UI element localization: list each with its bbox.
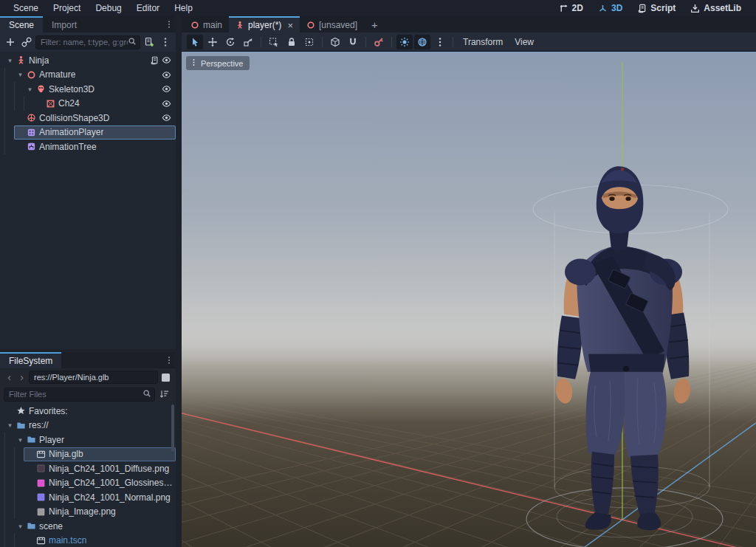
- visibility-eye-button[interactable]: [160, 55, 173, 65]
- filesystem-tab[interactable]: FileSystem: [0, 352, 61, 368]
- environment-button[interactable]: [414, 35, 430, 49]
- scene-item-label: AnimationTree: [39, 142, 97, 152]
- scene-tree-row[interactable]: ▾Armature: [0, 68, 176, 83]
- menu-debug[interactable]: Debug: [88, 0, 128, 16]
- scene-tab-main[interactable]: main: [184, 16, 229, 32]
- scale-tool-button[interactable]: [240, 35, 256, 49]
- perspective-label: Perspective: [201, 59, 243, 68]
- scene-tab-unsaved[interactable]: [unsaved]: [300, 16, 364, 32]
- rotate-tool-button[interactable]: [222, 35, 238, 49]
- file-filter-input[interactable]: [9, 390, 142, 399]
- scene-tree-row[interactable]: AnimationTree: [0, 140, 176, 154]
- fs-tree-row[interactable]: Ninja_Ch24_1001_Glossiness.png: [0, 476, 176, 491]
- menu-help[interactable]: Help: [167, 0, 200, 16]
- fs-tree-row[interactable]: ▾scene: [0, 519, 176, 534]
- collapse-chevron-icon[interactable]: ▾: [25, 86, 35, 93]
- collapse-chevron-icon[interactable]: ▾: [16, 523, 25, 530]
- collapse-chevron-icon[interactable]: ▾: [5, 57, 15, 64]
- viewport-menu-view[interactable]: View: [509, 37, 540, 47]
- scene-tree-menu-button[interactable]: [158, 35, 173, 49]
- character-body-icon: [15, 55, 27, 65]
- list-select-button[interactable]: [266, 35, 282, 49]
- collapse-chevron-icon[interactable]: ▾: [5, 422, 15, 429]
- scrollbar[interactable]: [171, 405, 174, 452]
- scene-dock-menu-button[interactable]: [162, 16, 176, 32]
- attached-script-icon[interactable]: [148, 56, 160, 65]
- snap-button[interactable]: [345, 35, 361, 49]
- toolbar-separator: [453, 37, 453, 47]
- instance-scene-button[interactable]: [19, 35, 34, 49]
- fs-tree-row[interactable]: ▾res://: [0, 419, 176, 433]
- mode-2d-button[interactable]: 2D: [551, 0, 591, 16]
- history-back-button[interactable]: ‹: [4, 371, 15, 384]
- menu-dots-button[interactable]: [432, 35, 448, 49]
- visibility-eye-button[interactable]: [160, 113, 173, 123]
- tab-close-button[interactable]: ×: [287, 21, 293, 30]
- scene-dock-tab-import[interactable]: Import: [43, 16, 86, 32]
- fs-item-label: Ninja_Ch24_1001_Normal.png: [49, 492, 171, 503]
- new-scene-tab-button[interactable]: +: [364, 16, 385, 32]
- viewport-3d-render[interactable]: [182, 52, 756, 547]
- fs-tree-row[interactable]: ▾Player: [0, 433, 176, 447]
- path-input[interactable]: [34, 373, 153, 382]
- fs-tree-row[interactable]: main.tscn: [0, 534, 176, 547]
- scene-tree-row[interactable]: AnimationPlayer: [0, 125, 176, 140]
- fs-item-label: main.tscn: [49, 535, 86, 546]
- toggle-split-mode-button[interactable]: [159, 371, 172, 384]
- scene-tree-row[interactable]: CollisionShape3D: [0, 111, 176, 125]
- collapse-chevron-icon[interactable]: ▾: [16, 71, 25, 78]
- visibility-eye-button[interactable]: [160, 84, 173, 94]
- godot-editor-window: SceneProjectDebugEditorHelp 2D3DScriptAs…: [0, 0, 756, 547]
- viewport-menu-transform[interactable]: Transform: [457, 37, 509, 47]
- visibility-eye-button[interactable]: [160, 70, 173, 80]
- visibility-eye-button[interactable]: [160, 99, 173, 109]
- editor-mode-switcher: 2D3DScriptAssetLib: [551, 0, 756, 16]
- menu-project[interactable]: Project: [46, 0, 88, 16]
- scene-tree-row[interactable]: Ch24: [0, 97, 176, 111]
- menu-scene[interactable]: Scene: [6, 0, 46, 16]
- tree-indent-guide: [4, 461, 14, 476]
- fs-tree-row[interactable]: Ninja_Image.png: [0, 505, 176, 520]
- group-button[interactable]: [301, 35, 317, 49]
- mode-3d-icon: [598, 4, 608, 13]
- lock-button[interactable]: [284, 35, 300, 49]
- texture-icon: [35, 507, 47, 517]
- history-forward-button[interactable]: ›: [16, 371, 27, 384]
- scene-tree-row[interactable]: ▾Ninja: [0, 53, 176, 68]
- animation-key-button[interactable]: [371, 35, 387, 49]
- mode-3d-button[interactable]: 3D: [591, 0, 630, 16]
- scene-tab-player[interactable]: player(*)×: [229, 16, 300, 32]
- fs-tree-row[interactable]: Ninja_Ch24_1001_Normal.png: [0, 490, 176, 505]
- toolbar-separator: [391, 37, 392, 47]
- tree-indent-guide: [14, 447, 24, 462]
- scene-filter-input[interactable]: [41, 38, 128, 47]
- select-tool-button[interactable]: [187, 35, 203, 49]
- scene-dock-tab-scene[interactable]: Scene: [0, 16, 43, 32]
- attach-script-button[interactable]: [142, 35, 157, 49]
- fs-tree-row[interactable]: Ninja_Ch24_1001_Diffuse.png: [0, 461, 176, 476]
- tree-indent-guide: [4, 433, 14, 447]
- menu-editor[interactable]: Editor: [129, 0, 167, 16]
- fs-tree-row[interactable]: Favorites:: [0, 404, 176, 419]
- local-space-button[interactable]: [327, 35, 343, 49]
- fs-tree-row[interactable]: Ninja.glb: [0, 447, 176, 462]
- filesystem-tree: Favorites:▾res://▾PlayerNinja.glbNinja_C…: [0, 402, 176, 547]
- file-sort-button[interactable]: [157, 387, 172, 402]
- scene-tree-row[interactable]: ▾Skeleton3D: [0, 82, 176, 97]
- scene-tab-label: main: [203, 20, 222, 30]
- folder-icon: [25, 521, 38, 531]
- texture-icon: [35, 478, 47, 488]
- mode-script-button[interactable]: Script: [630, 0, 683, 16]
- add-node-button[interactable]: [3, 35, 18, 49]
- scene-item-label: Armature: [39, 69, 75, 80]
- collapse-chevron-icon[interactable]: ▾: [16, 436, 25, 444]
- viewport-3d[interactable]: Perspective: [182, 52, 756, 547]
- filesystem-dock-menu-button[interactable]: [162, 352, 176, 368]
- mode-assetlib-button[interactable]: AssetLib: [683, 0, 749, 16]
- tree-indent-guide: [4, 505, 14, 520]
- tree-indent-guide: [14, 82, 24, 97]
- perspective-menu-button[interactable]: Perspective: [186, 56, 250, 70]
- move-tool-button[interactable]: [205, 35, 221, 49]
- tree-indent-guide: [4, 97, 14, 111]
- sun-button[interactable]: [396, 35, 413, 49]
